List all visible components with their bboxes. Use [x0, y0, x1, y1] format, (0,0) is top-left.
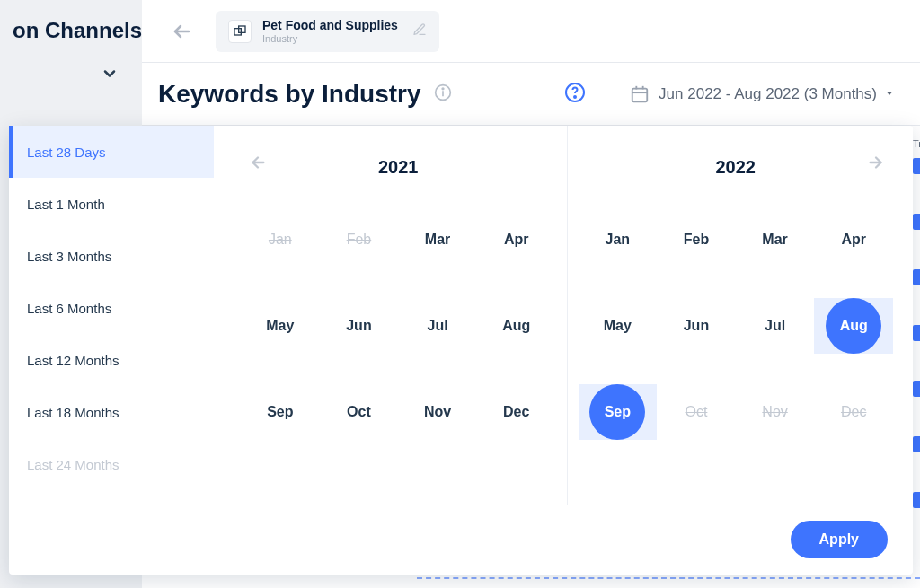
preset-option[interactable]: Last 6 Months: [9, 282, 214, 334]
preset-option[interactable]: Last 12 Months: [9, 334, 214, 386]
month-cell[interactable]: Oct: [320, 384, 399, 440]
date-range-label: Jun 2022 - Aug 2022 (3 Months): [659, 85, 877, 103]
month-cell[interactable]: Jun: [320, 298, 399, 354]
preset-option[interactable]: Last 1 Month: [9, 178, 214, 230]
calendar-prev-button[interactable]: [248, 153, 268, 176]
month-cell: Jan: [241, 212, 320, 268]
context-chip[interactable]: Pet Food and Supplies Industry: [216, 11, 439, 52]
month-cell: Dec: [814, 384, 893, 440]
context-chip-text: Pet Food and Supplies Industry: [262, 18, 398, 44]
month-cell: Nov: [736, 384, 815, 440]
preset-list: Last 28 DaysLast 1 MonthLast 3 MonthsLas…: [9, 126, 214, 490]
preset-option[interactable]: Last 28 Days: [9, 126, 214, 178]
context-chip-title: Pet Food and Supplies: [262, 18, 398, 32]
calendar-left-column: 2021 JanFebMarAprMayJunJulAugSepOctNovDe…: [230, 126, 568, 505]
month-cell[interactable]: Nov: [398, 384, 477, 440]
date-range-dropdown: Last 28 DaysLast 1 MonthLast 3 MonthsLas…: [9, 126, 913, 575]
preset-option: Last 24 Months: [9, 438, 214, 490]
month-cell[interactable]: May: [241, 298, 320, 354]
right-edge-markers: [913, 158, 920, 548]
calendar-right-year: 2022: [716, 157, 756, 178]
pencil-icon[interactable]: [412, 22, 427, 40]
month-cell[interactable]: Sep: [579, 384, 658, 440]
svg-rect-8: [632, 88, 648, 101]
month-cell[interactable]: Aug: [477, 298, 556, 354]
info-icon[interactable]: [434, 83, 452, 105]
context-chip-subtitle: Industry: [262, 33, 398, 44]
month-cell[interactable]: Mar: [398, 212, 477, 268]
svg-rect-2: [239, 26, 245, 32]
month-cell[interactable]: Jun: [657, 298, 736, 354]
left-nav-title-fragment: on Channels: [0, 0, 142, 43]
back-button[interactable]: [164, 13, 199, 49]
month-cell: Feb: [320, 212, 399, 268]
month-cell[interactable]: Jul: [736, 298, 815, 354]
month-cell[interactable]: Apr: [814, 212, 893, 268]
top-bar: Pet Food and Supplies Industry: [142, 0, 920, 63]
calendar-next-button[interactable]: [866, 153, 886, 176]
divider: [606, 69, 606, 119]
month-cell[interactable]: Aug: [814, 298, 893, 354]
svg-rect-1: [234, 28, 241, 34]
help-icon[interactable]: [564, 82, 586, 107]
month-cell[interactable]: Jul: [398, 298, 477, 354]
preset-option[interactable]: Last 3 Months: [9, 230, 214, 282]
calendar-right-grid: JanFebMarAprMayJunJulAugSepOctNovDec: [579, 212, 894, 440]
chevron-down-icon[interactable]: [101, 65, 119, 86]
preset-option[interactable]: Last 18 Months: [9, 386, 214, 438]
bottom-dashed-line: [417, 577, 920, 588]
svg-point-5: [442, 88, 444, 90]
title-bar: Keywords by Industry Jun 2022 - Aug 2022…: [142, 63, 920, 126]
page-title: Keywords by Industry: [158, 80, 421, 109]
month-cell[interactable]: Feb: [657, 212, 736, 268]
industry-icon: [228, 20, 252, 43]
svg-point-7: [574, 96, 576, 98]
month-cell[interactable]: Jan: [579, 212, 658, 268]
calendar-area: 2021 JanFebMarAprMayJunJulAugSepOctNovDe…: [230, 126, 904, 505]
truncated-label: Tr: [913, 138, 920, 149]
svg-marker-12: [887, 92, 892, 95]
month-cell[interactable]: May: [579, 298, 658, 354]
month-cell: Oct: [657, 384, 736, 440]
month-cell[interactable]: Apr: [477, 212, 556, 268]
month-cell[interactable]: Sep: [241, 384, 320, 440]
caret-down-icon: [884, 86, 904, 102]
calendar-left-year: 2021: [378, 157, 419, 178]
calendar-right-column: 2022 JanFebMarAprMayJunJulAugSepOctNovDe…: [568, 126, 905, 505]
date-range-picker-trigger[interactable]: Jun 2022 - Aug 2022 (3 Months): [630, 84, 904, 104]
calendar-left-grid: JanFebMarAprMayJunJulAugSepOctNovDec: [241, 212, 556, 440]
month-cell[interactable]: Dec: [477, 384, 556, 440]
dropdown-footer: Apply: [9, 505, 913, 575]
apply-button[interactable]: Apply: [791, 521, 888, 558]
month-cell[interactable]: Mar: [736, 212, 815, 268]
